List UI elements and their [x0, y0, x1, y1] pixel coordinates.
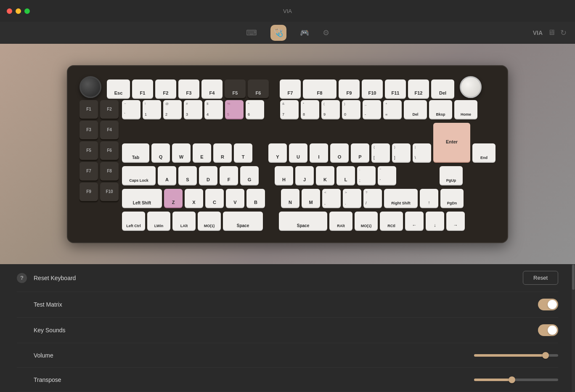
key-up[interactable]: ↑: [420, 189, 438, 207]
right-knob[interactable]: [460, 76, 482, 98]
key-k[interactable]: K: [316, 166, 334, 185]
key-lalt[interactable]: LAlt: [172, 212, 196, 230]
key-macro-f2[interactable]: F2: [100, 100, 119, 119]
key-space-right[interactable]: Space: [279, 212, 327, 230]
key-i[interactable]: I: [310, 143, 328, 162]
key-bksp-del[interactable]: Del: [404, 100, 427, 119]
key-macro-f7[interactable]: F7: [79, 162, 98, 180]
key-lctrl[interactable]: Left Ctrl: [122, 212, 145, 230]
key-g[interactable]: G: [240, 166, 259, 185]
transpose-slider-track[interactable]: [474, 379, 558, 381]
key-ralt[interactable]: RAlt: [329, 212, 352, 230]
key-slash[interactable]: ? /: [363, 189, 382, 207]
monitor-icon[interactable]: 🖥: [548, 28, 555, 37]
key-x[interactable]: X: [185, 189, 203, 207]
key-end[interactable]: End: [472, 143, 496, 162]
key-j[interactable]: J: [295, 166, 314, 185]
key-rctl[interactable]: RCtl: [380, 212, 403, 230]
key-o[interactable]: O: [330, 143, 349, 162]
key-f3[interactable]: F3: [178, 79, 199, 98]
key-f[interactable]: F: [220, 166, 238, 185]
key-mo1-right[interactable]: MO(1): [355, 212, 378, 230]
key-equals[interactable]: + =: [383, 100, 402, 119]
key-lbracket[interactable]: { [: [371, 143, 390, 162]
key-tab[interactable]: Tab: [122, 143, 149, 162]
key-s[interactable]: S: [178, 166, 197, 185]
key-f2[interactable]: F2: [155, 79, 176, 98]
key-7[interactable]: & 7: [280, 100, 299, 119]
key-enter[interactable]: Enter: [433, 123, 470, 162]
key-backslash[interactable]: | \: [413, 143, 431, 162]
key-sounds-toggle[interactable]: [538, 324, 558, 336]
keyboard-icon[interactable]: ⌨: [246, 28, 257, 37]
key-space-left[interactable]: Space: [223, 212, 263, 230]
key-0[interactable]: ) 0: [342, 100, 360, 119]
key-macro-f1[interactable]: F1: [79, 100, 98, 119]
key-period[interactable]: > .: [343, 189, 361, 207]
test-matrix-toggle[interactable]: [538, 299, 558, 310]
key-pgup[interactable]: PgUp: [440, 166, 463, 185]
key-rshift[interactable]: Right Shift: [384, 189, 418, 207]
key-5[interactable]: % 5: [225, 100, 244, 119]
key-f5[interactable]: F5: [225, 79, 246, 98]
key-q[interactable]: Q: [151, 143, 170, 162]
key-comma[interactable]: < ,: [322, 189, 341, 207]
key-f12[interactable]: F12: [408, 79, 429, 98]
refresh-icon[interactable]: ↻: [560, 28, 567, 37]
key-3[interactable]: # 3: [184, 100, 202, 119]
key-w[interactable]: W: [172, 143, 191, 162]
gear-icon[interactable]: ⚙: [323, 28, 329, 37]
key-y[interactable]: Y: [268, 143, 287, 162]
key-macro-f9[interactable]: F9: [79, 183, 98, 201]
key-tilde[interactable]: ~ `: [122, 100, 140, 119]
key-macro-f3[interactable]: F3: [79, 121, 98, 139]
key-home[interactable]: Home: [454, 100, 477, 119]
key-f7[interactable]: F7: [280, 79, 301, 98]
scrollbar[interactable]: [572, 264, 575, 392]
key-m[interactable]: M: [302, 189, 320, 207]
key-mo1-left[interactable]: MO(1): [198, 212, 221, 230]
key-macro-f5[interactable]: F5: [79, 141, 98, 160]
key-del[interactable]: Del: [431, 79, 454, 98]
key-f6[interactable]: F6: [248, 79, 269, 98]
key-macro-f6[interactable]: F6: [100, 141, 119, 160]
scrollbar-thumb[interactable]: [572, 265, 575, 290]
key-e[interactable]: E: [193, 143, 211, 162]
key-9[interactable]: ( 9: [321, 100, 340, 119]
key-2[interactable]: @ 2: [163, 100, 182, 119]
left-knob[interactable]: [79, 76, 101, 98]
key-8[interactable]: * 8: [301, 100, 319, 119]
key-h[interactable]: H: [275, 166, 293, 185]
key-a[interactable]: A: [158, 166, 176, 185]
key-macro-f10[interactable]: F10: [100, 183, 119, 201]
gamepad-icon[interactable]: 🎮: [300, 28, 309, 37]
volume-slider-thumb[interactable]: [542, 352, 549, 359]
key-down[interactable]: ↓: [426, 212, 444, 230]
help-button[interactable]: ?: [17, 273, 27, 283]
key-lwin[interactable]: LWin: [147, 212, 170, 230]
key-z[interactable]: Z: [164, 189, 183, 207]
key-macro-f8[interactable]: F8: [100, 162, 119, 180]
key-t[interactable]: T: [234, 143, 252, 162]
key-1[interactable]: ! 1: [143, 100, 161, 119]
key-bksp[interactable]: Bksp: [429, 100, 452, 119]
key-c[interactable]: C: [205, 189, 224, 207]
key-lshift[interactable]: Left Shift: [122, 189, 162, 207]
key-semicolon[interactable]: : ;: [357, 166, 376, 185]
key-esc[interactable]: Esc: [107, 79, 130, 98]
key-right[interactable]: →: [446, 212, 465, 230]
key-l[interactable]: L: [337, 166, 355, 185]
key-rbracket[interactable]: } ]: [392, 143, 411, 162]
key-pgdn[interactable]: PgDn: [440, 189, 464, 207]
key-minus[interactable]: _ -: [363, 100, 381, 119]
key-d[interactable]: D: [199, 166, 217, 185]
key-u[interactable]: U: [289, 143, 307, 162]
key-6[interactable]: ^ 6: [246, 100, 264, 119]
key-f1[interactable]: F1: [132, 79, 153, 98]
key-f4[interactable]: F4: [201, 79, 223, 98]
transpose-slider-thumb[interactable]: [509, 376, 515, 383]
key-macro-f4[interactable]: F4: [100, 121, 119, 139]
key-p[interactable]: P: [351, 143, 369, 162]
key-n[interactable]: N: [281, 189, 299, 207]
minimize-button[interactable]: [16, 8, 21, 14]
